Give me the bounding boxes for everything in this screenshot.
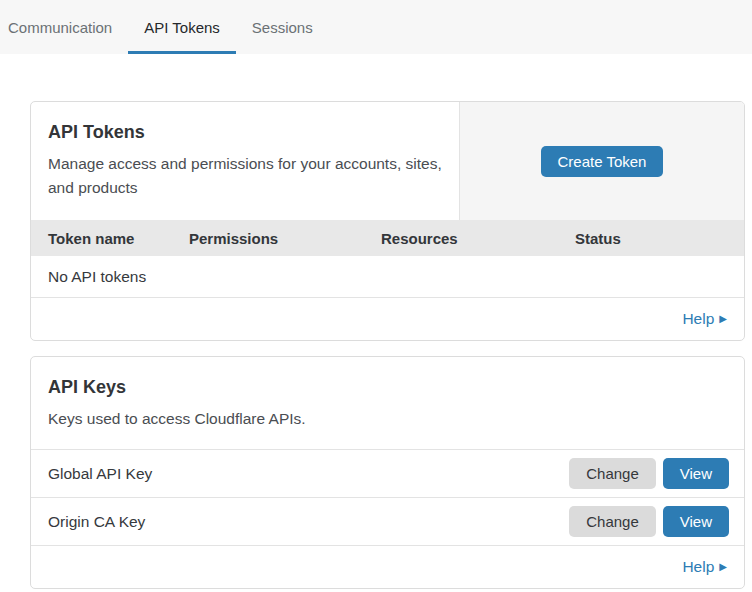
column-header-permissions: Permissions xyxy=(189,230,381,247)
api-tokens-card-header-text: API Tokens Manage access and permissions… xyxy=(31,102,460,220)
api-tokens-card-header-action: Create Token xyxy=(460,102,744,220)
api-tokens-title: API Tokens xyxy=(48,122,442,143)
create-token-button[interactable]: Create Token xyxy=(541,146,664,177)
api-tokens-help-link[interactable]: Help ▶ xyxy=(682,310,727,328)
tab-api-tokens-label: API Tokens xyxy=(144,19,220,36)
api-tokens-card-footer: Help ▶ xyxy=(31,298,744,340)
api-keys-help-link[interactable]: Help ▶ xyxy=(682,558,727,576)
tab-sessions[interactable]: Sessions xyxy=(236,0,329,54)
tokens-empty-message: No API tokens xyxy=(48,268,146,286)
api-tokens-help-label: Help xyxy=(682,310,714,328)
global-api-key-label: Global API Key xyxy=(48,465,152,483)
origin-ca-key-view-button[interactable]: View xyxy=(663,506,729,537)
tab-bar: Communication API Tokens Sessions xyxy=(0,0,752,54)
api-keys-card-footer: Help ▶ xyxy=(31,546,744,588)
help-arrow-icon: ▶ xyxy=(719,562,727,572)
api-tokens-card: API Tokens Manage access and permissions… xyxy=(30,101,745,341)
column-header-token-name: Token name xyxy=(31,230,189,247)
api-keys-help-label: Help xyxy=(682,558,714,576)
tab-communication[interactable]: Communication xyxy=(0,0,128,54)
tokens-empty-row: No API tokens xyxy=(31,256,744,298)
global-api-key-row: Global API Key Change View xyxy=(31,450,744,498)
tab-api-tokens[interactable]: API Tokens xyxy=(128,0,236,54)
api-keys-title: API Keys xyxy=(48,377,727,398)
api-keys-description: Keys used to access Cloudflare APIs. xyxy=(48,407,727,431)
global-api-key-view-button[interactable]: View xyxy=(663,458,729,489)
column-header-resources: Resources xyxy=(381,230,575,247)
help-arrow-icon: ▶ xyxy=(719,314,727,324)
tab-sessions-label: Sessions xyxy=(252,19,313,36)
origin-ca-key-actions: Change View xyxy=(569,506,729,537)
column-header-status: Status xyxy=(575,230,744,247)
global-api-key-change-button[interactable]: Change xyxy=(569,458,656,489)
api-tokens-card-header: API Tokens Manage access and permissions… xyxy=(31,102,744,220)
origin-ca-key-label: Origin CA Key xyxy=(48,513,145,531)
tokens-table-header: Token name Permissions Resources Status xyxy=(31,220,744,256)
api-keys-card-header: API Keys Keys used to access Cloudflare … xyxy=(31,357,744,450)
page-content: API Tokens Manage access and permissions… xyxy=(0,54,752,589)
origin-ca-key-change-button[interactable]: Change xyxy=(569,506,656,537)
global-api-key-actions: Change View xyxy=(569,458,729,489)
api-keys-card: API Keys Keys used to access Cloudflare … xyxy=(30,356,745,589)
tab-communication-label: Communication xyxy=(8,19,112,36)
api-tokens-description: Manage access and permissions for your a… xyxy=(48,152,442,200)
origin-ca-key-row: Origin CA Key Change View xyxy=(31,498,744,546)
